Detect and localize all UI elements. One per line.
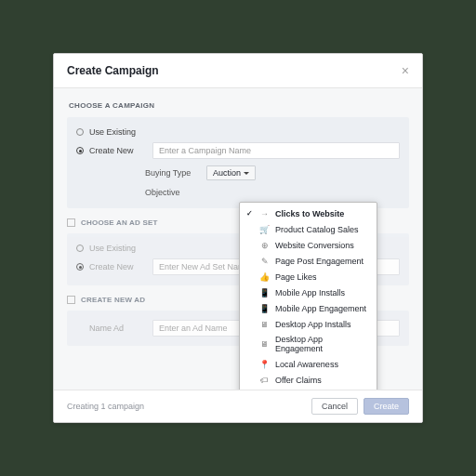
objective-label: Clicks to Website <box>275 209 344 218</box>
adset-use-existing-radio[interactable] <box>76 245 84 252</box>
objective-option[interactable]: 📅Event Responses <box>240 388 377 390</box>
objective-label: Desktop App Installs <box>275 320 351 329</box>
buying-type-label: Buying Type <box>145 168 193 178</box>
use-existing-radio[interactable] <box>76 128 84 136</box>
objective-icon: ✎ <box>259 256 270 266</box>
campaign-name-input[interactable]: Enter a Campaign Name <box>152 142 400 159</box>
objective-label: Mobile App Engagement <box>275 304 366 313</box>
objective-icon: 🖥 <box>259 339 270 350</box>
objective-label: Page Likes <box>275 272 317 282</box>
objective-label: Product Catalog Sales <box>275 225 359 234</box>
objective-label: Website Conversions <box>275 241 354 250</box>
checkmark-icon: ✓ <box>246 209 254 218</box>
objective-label: Local Awareness <box>275 360 338 369</box>
create-campaign-modal: Create Campaign × CHOOSE A CAMPAIGN Use … <box>53 53 423 423</box>
objective-icon: 📍 <box>259 359 270 369</box>
modal-title: Create Campaign <box>67 64 159 77</box>
modal-footer: Creating 1 campaign Cancel Create <box>54 390 422 422</box>
objective-option[interactable]: 📱Mobile App Engagement <box>240 300 377 316</box>
objective-option[interactable]: ✓→Clicks to Website <box>240 205 377 221</box>
use-existing-label: Use Existing <box>89 127 147 137</box>
objective-option[interactable]: 👍Page Likes <box>240 269 377 284</box>
create-new-label: Create New <box>89 146 147 155</box>
ad-name-label: Name Ad <box>89 324 147 333</box>
objective-icon: → <box>259 208 270 218</box>
modal-body: CHOOSE A CAMPAIGN Use Existing Create Ne… <box>54 88 422 390</box>
close-icon[interactable]: × <box>402 63 409 78</box>
adset-create-new-radio[interactable] <box>76 263 84 271</box>
adset-checkbox[interactable] <box>67 218 75 227</box>
objective-icon: 👍 <box>259 271 270 282</box>
campaign-panel: Use Existing Create New Enter a Campaign… <box>67 117 409 208</box>
objective-option[interactable]: 🖥Desktop App Engagement <box>240 332 377 356</box>
objective-icon: 🛒 <box>259 224 270 234</box>
create-new-radio[interactable] <box>76 147 84 154</box>
create-button[interactable]: Create <box>364 398 409 415</box>
objective-label: Objective <box>145 188 193 197</box>
objective-option[interactable]: 🖥Desktop App Installs <box>240 316 377 332</box>
objective-label: Mobile App Installs <box>275 288 345 298</box>
objective-label: Desktop App Engagement <box>275 335 370 353</box>
cancel-button[interactable]: Cancel <box>311 398 358 415</box>
campaign-section-title: CHOOSE A CAMPAIGN <box>67 98 409 117</box>
footer-status: Creating 1 campaign <box>67 402 144 411</box>
modal-header: Create Campaign × <box>54 54 422 88</box>
objective-icon: 📱 <box>259 287 270 298</box>
objective-option[interactable]: 📍Local Awareness <box>240 356 377 372</box>
objective-dropdown[interactable]: ✓→Clicks to Website🛒Product Catalog Sale… <box>239 202 377 390</box>
objective-icon: 🖥 <box>259 319 270 329</box>
objective-icon: ⊕ <box>259 240 270 250</box>
objective-option[interactable]: ⊕Website Conversions <box>240 237 377 253</box>
objective-option[interactable]: 🛒Product Catalog Sales <box>240 221 377 237</box>
adset-use-existing-label: Use Existing <box>89 244 147 253</box>
objective-label: Offer Claims <box>275 376 322 385</box>
objective-option[interactable]: 🏷Offer Claims <box>240 372 377 388</box>
adset-create-new-label: Create New <box>89 262 147 271</box>
objective-option[interactable]: 📱Mobile App Installs <box>240 284 377 300</box>
ad-checkbox[interactable] <box>67 296 75 304</box>
buying-type-dropdown[interactable]: Auction <box>206 165 256 180</box>
objective-option[interactable]: ✎Page Post Engagement <box>240 253 377 269</box>
objective-icon: 📱 <box>259 303 270 313</box>
objective-icon: 🏷 <box>259 375 270 385</box>
objective-label: Page Post Engagement <box>275 257 364 266</box>
